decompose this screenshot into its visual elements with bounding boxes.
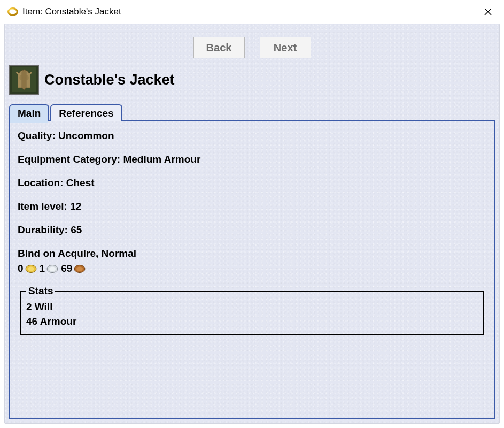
durability-value: 65 <box>71 224 82 235</box>
price-copper-value: 69 <box>61 263 72 274</box>
durability-line: Durability: 65 <box>18 224 486 236</box>
svg-point-11 <box>76 266 83 271</box>
tab-references[interactable]: References <box>50 104 122 121</box>
gold-coin-icon <box>25 264 37 273</box>
item-level-value: 12 <box>70 201 81 212</box>
nav-buttons: Back Next <box>5 37 499 58</box>
item-level-label: Item level: <box>18 201 67 212</box>
window-title: Item: Constable's Jacket <box>22 6 477 17</box>
stat-line: 46 Armour <box>26 315 478 329</box>
stat-line: 2 Will <box>26 300 478 315</box>
svg-point-4 <box>19 75 22 80</box>
category-line: Equipment Category: Medium Armour <box>18 154 486 165</box>
location-value: Chest <box>66 177 95 188</box>
tabbar: Main References <box>9 104 123 121</box>
durability-label: Durability: <box>18 224 68 235</box>
price-gold-value: 0 <box>18 263 24 274</box>
category-label: Equipment Category: <box>18 154 120 165</box>
close-icon <box>484 7 492 16</box>
item-name: Constable's Jacket <box>44 72 175 88</box>
content-area: Back Next Constable's Jacket Main Refere… <box>4 24 500 424</box>
binding-line: Bind on Acquire, Normal <box>18 248 486 259</box>
stats-fieldset: Stats 2 Will 46 Armour <box>20 285 484 335</box>
stats-legend: Stats <box>26 285 55 297</box>
item-header: Constable's Jacket <box>9 65 175 95</box>
quality-line: Quality: Uncommon <box>18 130 486 142</box>
ring-icon <box>7 6 18 17</box>
item-icon <box>9 65 39 95</box>
tab-main[interactable]: Main <box>9 104 49 121</box>
quality-value: Uncommon <box>58 130 114 141</box>
next-button[interactable]: Next <box>260 37 311 58</box>
svg-point-5 <box>26 75 29 80</box>
back-button[interactable]: Back <box>193 37 245 58</box>
item-level-line: Item level: 12 <box>18 201 486 212</box>
titlebar: Item: Constable's Jacket <box>0 0 504 21</box>
close-button[interactable] <box>477 3 499 20</box>
quality-label: Quality: <box>18 130 56 141</box>
copper-coin-icon <box>74 264 86 273</box>
location-label: Location: <box>18 177 64 188</box>
location-line: Location: Chest <box>18 177 486 189</box>
category-value: Medium Armour <box>123 154 200 165</box>
window-root: Item: Constable's Jacket Back Next <box>0 0 504 428</box>
svg-point-7 <box>28 266 34 271</box>
price-line: 0 1 69 <box>18 263 486 274</box>
price-silver-value: 1 <box>40 263 45 274</box>
svg-point-9 <box>49 266 56 271</box>
silver-coin-icon <box>46 264 58 273</box>
tab-panel-main: Quality: Uncommon Equipment Category: Me… <box>9 120 495 419</box>
svg-point-0 <box>9 9 18 16</box>
